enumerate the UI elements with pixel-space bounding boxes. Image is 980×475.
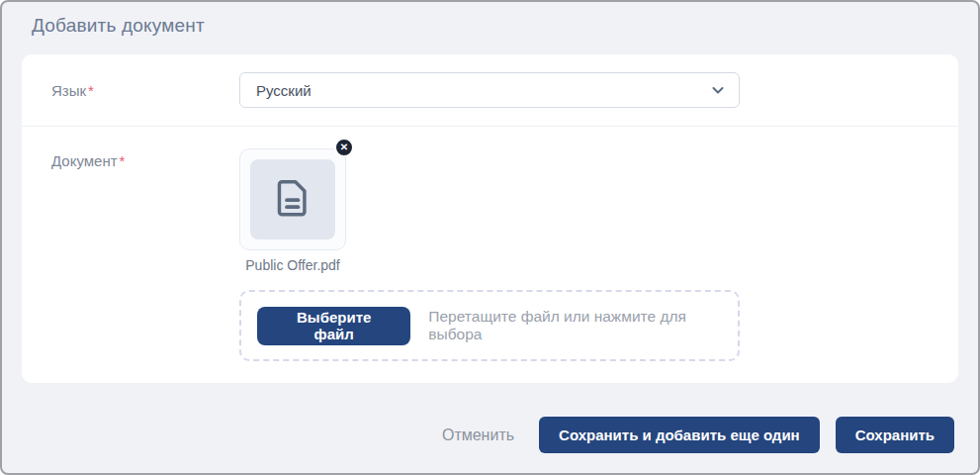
file-dropzone[interactable]: Выберите файл Перетащите файл или нажмит…	[239, 290, 740, 361]
chevron-down-icon	[710, 82, 726, 98]
choose-file-button[interactable]: Выберите файл	[257, 307, 410, 345]
dialog-footer: Отменить Сохранить и добавить еще один С…	[2, 383, 978, 453]
document-row: Документ*	[22, 126, 958, 383]
file-document-icon	[267, 172, 318, 228]
file-name: Public Offer.pdf	[239, 257, 346, 273]
file-preview: ✕ Public Offer.pdf	[239, 148, 346, 273]
required-asterisk: *	[88, 82, 94, 99]
document-field-content: ✕ Public Offer.pdf Выберите файл Перетащ…	[239, 148, 740, 361]
required-asterisk: *	[120, 152, 126, 169]
language-row: Язык* Русский	[22, 54, 958, 126]
language-select[interactable]: Русский	[239, 72, 740, 108]
cancel-button[interactable]: Отменить	[442, 427, 514, 444]
file-preview-thumbnail	[250, 159, 335, 239]
save-and-add-button[interactable]: Сохранить и добавить еще один	[539, 417, 820, 453]
add-document-dialog: Добавить документ Язык* Русский Документ…	[0, 0, 980, 475]
save-button[interactable]: Сохранить	[836, 417, 954, 453]
dialog-header: Добавить документ	[2, 2, 978, 54]
form-card: Язык* Русский Документ*	[22, 54, 958, 383]
file-preview-card	[239, 148, 346, 250]
document-label: Документ*	[51, 148, 239, 169]
dropzone-hint: Перетащите файл или нажмите для выбора	[428, 308, 722, 343]
close-icon: ✕	[340, 142, 348, 152]
language-label: Язык*	[51, 82, 239, 99]
remove-file-button[interactable]: ✕	[334, 138, 354, 157]
page-title: Добавить документ	[32, 15, 205, 36]
language-select-value: Русский	[256, 82, 312, 99]
